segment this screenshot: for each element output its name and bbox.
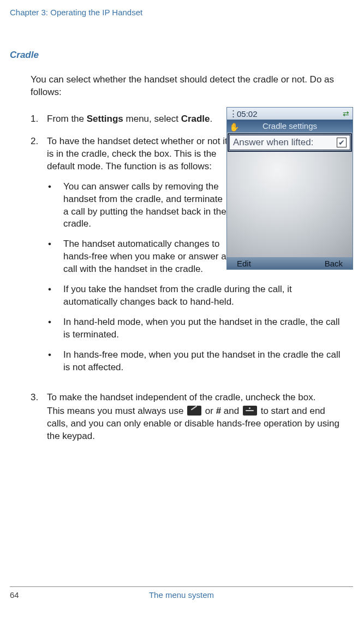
bullet-text: In hand-held mode, when you put the hand… bbox=[63, 316, 348, 341]
section-title: Cradle bbox=[10, 50, 353, 61]
intro-paragraph: You can select whether the handset shoul… bbox=[31, 74, 348, 99]
softkey-back[interactable]: Back bbox=[325, 259, 343, 268]
step-3-text: To make the handset independent of the c… bbox=[47, 391, 348, 443]
bullet-marker: • bbox=[47, 316, 63, 341]
phone-screen-title: Cradle settings bbox=[262, 121, 317, 130]
step-number: 2. bbox=[31, 135, 47, 382]
phone-screenshot: ⋮ 05:02 ⇄ ✋ Cradle settings Answer when … bbox=[226, 107, 353, 270]
signal-icon: ⋮ bbox=[229, 109, 237, 118]
page-footer: 64 The menu system bbox=[10, 586, 353, 600]
answer-when-lifted-row[interactable]: Answer when lifted: ✔ bbox=[229, 135, 350, 150]
bullet-text: If you take the handset from the cradle … bbox=[63, 283, 348, 308]
bullet-item: • In hands-free mode, when you put the h… bbox=[47, 349, 348, 374]
answer-lifted-checkbox[interactable]: ✔ bbox=[337, 138, 347, 147]
step-number: 1. bbox=[31, 113, 47, 126]
bullet-item: • If you take the handset from the cradl… bbox=[47, 283, 348, 308]
bullet-marker: • bbox=[47, 283, 63, 308]
row-label: Answer when lifted: bbox=[233, 137, 313, 148]
phone-softkey-bar: Edit Back bbox=[227, 257, 353, 269]
step-number: 3. bbox=[31, 391, 47, 443]
bullet-item: • In hand-held mode, when you put the ha… bbox=[47, 316, 348, 341]
phone-title-bar: ✋ Cradle settings bbox=[227, 120, 353, 133]
call-key-icon bbox=[187, 406, 201, 416]
footer-title: The menu system bbox=[10, 590, 353, 600]
phone-content-area: Answer when lifted: ✔ bbox=[227, 133, 353, 257]
step-2-text: To have the handset detect whether or no… bbox=[47, 135, 229, 173]
hangup-key-icon bbox=[243, 406, 257, 416]
bullet-text: In hands-free mode, when you put the han… bbox=[63, 349, 348, 374]
step-3: 3. To make the handset independent of th… bbox=[31, 391, 348, 443]
phone-status-bar: ⋮ 05:02 ⇄ bbox=[227, 108, 353, 120]
sync-icon: ⇄ bbox=[343, 109, 349, 118]
bullet-marker: • bbox=[47, 181, 63, 231]
bullet-marker: • bbox=[47, 238, 63, 276]
bullet-text: The handset automatically changes to han… bbox=[63, 238, 230, 276]
bullet-text: You can answer calls by removing the han… bbox=[63, 181, 230, 231]
chapter-header: Chapter 3: Operating the IP Handset bbox=[10, 8, 353, 17]
softkey-edit[interactable]: Edit bbox=[237, 259, 251, 268]
phone-clock: 05:02 bbox=[237, 109, 258, 118]
bullet-marker: • bbox=[47, 349, 63, 374]
hand-icon: ✋ bbox=[229, 121, 240, 134]
